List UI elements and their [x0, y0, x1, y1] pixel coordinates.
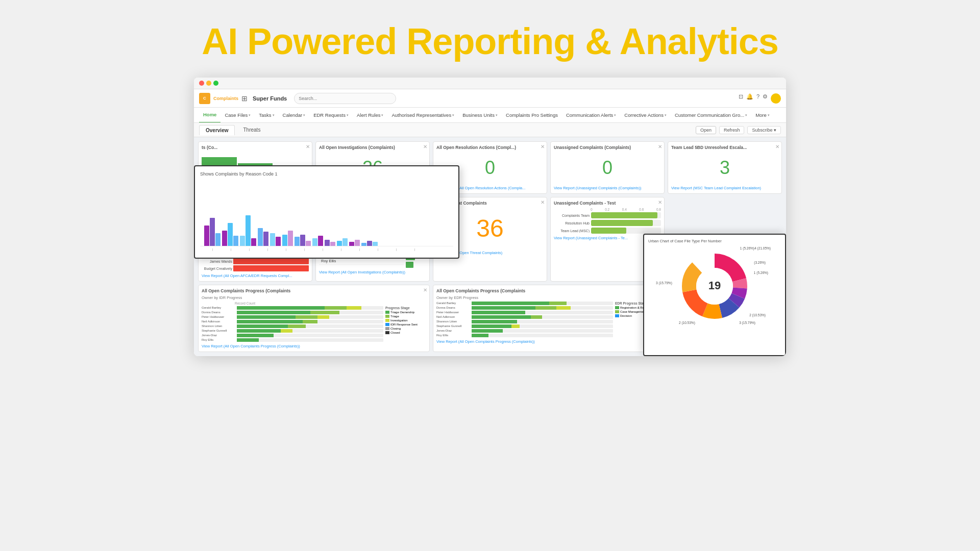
prog-bar — [237, 329, 383, 333]
widget-close-10[interactable]: ✕ — [423, 287, 427, 293]
scale-label: Record Count — [235, 302, 255, 305]
menu-auth[interactable]: Authorised Representatives ▾ — [387, 108, 458, 123]
widget-title-res: All Open Resolution Actions (Compl...) — [436, 145, 544, 150]
edr-bar — [472, 302, 613, 305]
menu-complaints-pro[interactable]: Complaints Pro Settings — [502, 108, 562, 123]
edr-bar — [472, 306, 613, 310]
prog-bar — [237, 320, 383, 323]
btn-refresh[interactable]: Refresh — [719, 126, 745, 134]
prog-seg — [325, 306, 347, 310]
row-label: Budget Creatively — [202, 267, 232, 270]
prog-seg — [237, 320, 303, 323]
nav-icon-4[interactable]: ⚙ — [763, 93, 768, 104]
dot-close[interactable] — [199, 81, 204, 86]
widget-close-5[interactable]: ✕ — [775, 144, 779, 149]
widget-link-edr[interactable]: View Report (All Open Complaints Progres… — [436, 339, 661, 344]
bar — [337, 241, 342, 246]
prog-bar — [237, 334, 383, 337]
menu-calendar[interactable]: Calendar ▾ — [279, 108, 310, 123]
legend-color — [615, 314, 619, 317]
edr-seg — [472, 306, 535, 310]
widget-title-unassigned: Unassigned Complaints (Complaints) — [554, 145, 661, 150]
bar-group-5 — [270, 233, 281, 246]
x-label: | — [223, 248, 239, 251]
widget-link-inv2[interactable]: View Report (All Open Investigations (Co… — [319, 270, 426, 274]
widget-link-teamlead[interactable]: View Report (MSC Team Lead Complaint Esc… — [671, 186, 778, 190]
tab-threats[interactable]: Threats — [237, 125, 266, 135]
bar — [361, 243, 366, 246]
edr-bars — [472, 302, 613, 337]
legend-item: Closing — [385, 327, 426, 330]
edr-name: Roy Ellis — [436, 334, 470, 337]
search-input[interactable] — [294, 93, 396, 104]
dot-minimize[interactable] — [206, 81, 211, 86]
btn-subscribe[interactable]: Subscribe ▾ — [747, 126, 781, 134]
bar-group-8 — [312, 236, 323, 246]
browser-chrome — [194, 78, 786, 89]
nav-icon-3[interactable]: ? — [756, 93, 760, 104]
widget-close-8[interactable]: ✕ — [541, 199, 545, 205]
edr-names: Gerald Bartley Donna Deans Peter Haldwus… — [436, 302, 470, 337]
legend-label: Decision — [620, 314, 632, 317]
menu-alertrules[interactable]: Alert Rules ▾ — [353, 108, 387, 123]
hbar-track-2 — [591, 220, 661, 226]
edr-name: Peter Haldwuser — [436, 311, 470, 314]
nav-icon-2[interactable]: 🔔 — [746, 93, 753, 104]
widget-close-3[interactable]: ✕ — [541, 144, 545, 149]
widget-close-9[interactable]: ✕ — [658, 199, 662, 205]
tab-overview[interactable]: Overview — [199, 125, 235, 135]
idr-legend: Progress Stage Triage Ownership Triage I… — [385, 306, 426, 342]
tab-bar: Overview Threats Open Refresh Subscribe … — [194, 123, 786, 137]
app-logo-icon: C — [199, 93, 210, 104]
widget-close-4[interactable]: ✕ — [658, 144, 662, 149]
menu-casefiles[interactable]: Case Files ▾ — [220, 108, 255, 123]
bar-group-7 — [295, 235, 311, 246]
widget-link-unassigned[interactable]: View Report (Unassigned Complaints (Comp… — [554, 186, 661, 190]
bar — [330, 242, 335, 246]
app-logo-text: Complaints — [213, 96, 238, 101]
bar-group-4 — [258, 228, 268, 246]
menu-edr[interactable]: EDR Requests ▾ — [309, 108, 353, 123]
menu-customer[interactable]: Customer Communication Gro... ▾ — [671, 108, 751, 123]
widget-link-co2[interactable]: View Report (All Open AFCA/EDR Requests … — [202, 273, 309, 278]
legend-item: Triage — [385, 315, 426, 318]
widget-link-idr[interactable]: View Report (All Open Complaints Progres… — [202, 344, 426, 348]
menu-comms[interactable]: Communication Alerts ▾ — [562, 108, 620, 123]
dot-maximize[interactable] — [213, 81, 218, 86]
x-label: | — [388, 248, 405, 251]
nav-icon-1[interactable]: ⊡ — [739, 93, 743, 104]
widget-title-utest: Unassigned Complaints - Test — [554, 201, 661, 206]
prog-bar — [237, 315, 383, 319]
edr-bar — [472, 334, 613, 337]
bar — [312, 238, 317, 246]
menu-tasks[interactable]: Tasks ▾ — [255, 108, 278, 123]
widget-close-2[interactable]: ✕ — [423, 144, 427, 149]
prog-seg — [237, 324, 288, 328]
bar — [222, 231, 227, 246]
menu-corrective[interactable]: Corrective Actions ▾ — [620, 108, 671, 123]
user-avatar[interactable] — [771, 93, 781, 104]
bar-group-3 — [240, 215, 256, 246]
bar — [258, 228, 263, 246]
bar — [300, 235, 305, 246]
edr-seg — [531, 315, 542, 319]
app-name-label: Super Funds — [253, 95, 287, 102]
bar-group-6 — [282, 231, 293, 246]
grid-icon[interactable]: ⊞ — [241, 94, 248, 103]
bar — [251, 238, 256, 246]
prog-seg — [303, 320, 317, 323]
subtitle-idr: Owner by IDR Progress — [202, 295, 426, 300]
hbar-label-3: Team Lead (MSC) — [554, 229, 590, 233]
widget-progress-edr: All Open Complaints Progress (Complaints… — [433, 285, 665, 352]
widget-title-edr: All Open Complaints Progress (Complaints — [436, 288, 661, 293]
widget-team-lead: Team Lead 5BD Unresolved Escala... ✕ 3 V… — [668, 141, 782, 194]
prog-seg — [237, 315, 296, 319]
x-label: | — [333, 248, 350, 251]
x-label: | — [351, 248, 368, 251]
btn-open[interactable]: Open — [696, 126, 716, 134]
legend-item: Investigation — [385, 319, 426, 322]
menu-business[interactable]: Business Units ▾ — [458, 108, 502, 123]
menu-home[interactable]: Home — [199, 108, 220, 123]
menu-more[interactable]: More ▾ — [751, 108, 774, 123]
widget-close-1[interactable]: ✕ — [306, 144, 310, 149]
